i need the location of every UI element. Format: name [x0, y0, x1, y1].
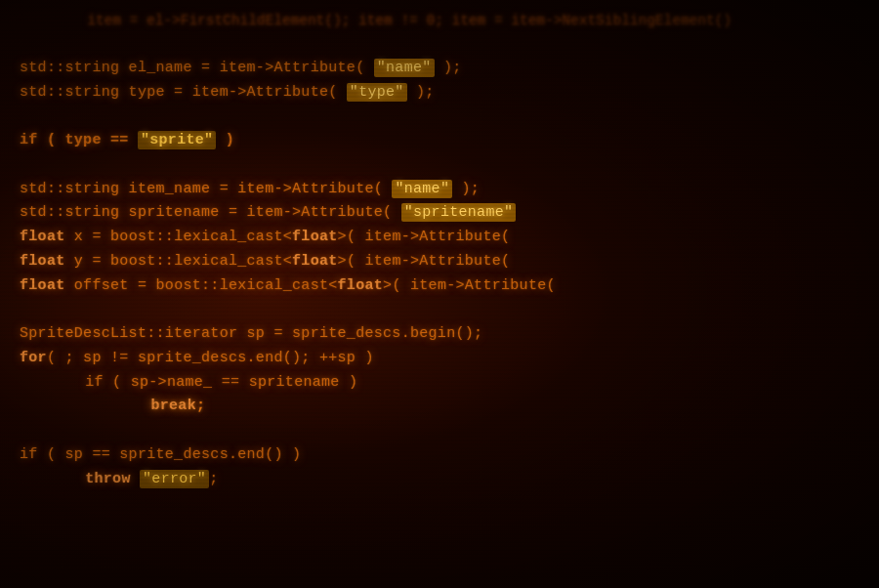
code-line	[20, 105, 850, 129]
string-highlight-error: "error"	[140, 470, 209, 488]
code-line: item = el->FirstChildElement(); item != …	[20, 10, 850, 32]
code-line: std::string spritename = item->Attribute…	[20, 201, 850, 226]
code-line: if ( type == "sprite" )	[20, 129, 850, 153]
code-block: item = el->FirstChildElement(); item != …	[0, 0, 879, 588]
code-line: break;	[20, 395, 850, 419]
string-highlight: "name"	[392, 180, 452, 198]
code-line: for( ; sp != sprite_descs.end(); ++sp )	[20, 347, 850, 371]
code-line: float y = boost::lexical_cast<float>( it…	[20, 250, 850, 274]
code-screen: item = el->FirstChildElement(); item != …	[0, 0, 879, 588]
code-line: std::string type = item->Attribute( "typ…	[20, 81, 850, 105]
code-line: throw "error";	[20, 468, 850, 492]
code-line	[20, 419, 850, 443]
string-highlight: "name"	[374, 59, 435, 77]
code-line	[20, 32, 850, 57]
code-line: if ( sp->name_ == spritename )	[20, 371, 850, 396]
code-line	[20, 153, 850, 178]
code-line: if ( sp == sprite_descs.end() )	[20, 443, 850, 468]
string-highlight: "type"	[347, 83, 407, 102]
string-highlight-spritename: "spritename"	[401, 203, 517, 222]
code-line	[20, 298, 850, 322]
string-highlight-sprite: "sprite"	[138, 131, 216, 149]
code-line: float x = boost::lexical_cast<float>( it…	[20, 226, 850, 250]
code-line: float offset = boost::lexical_cast<float…	[20, 274, 850, 299]
code-line: std::string el_name = item->Attribute( "…	[20, 57, 850, 81]
code-line: SpriteDescList::iterator sp = sprite_des…	[20, 322, 850, 347]
code-line: std::string item_name = item->Attribute(…	[20, 178, 850, 202]
